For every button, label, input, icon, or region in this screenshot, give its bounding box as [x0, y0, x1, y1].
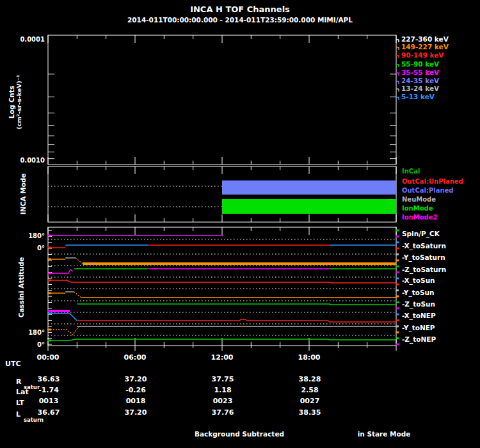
legend-entry-35-55-kev: 35-55 keV	[401, 68, 439, 76]
mode-label-outcal-planed: OutCal:Planed	[402, 187, 453, 194]
mode-label-ionmode2: IonMode2	[402, 214, 437, 221]
attitude-label--y_tosun: -Y_toSun	[402, 289, 434, 296]
attitude-label--z_tonep: -Z_toNEP	[402, 335, 436, 343]
legend-entry-5-13-kev: 5-13 keV	[401, 93, 435, 100]
page-title: INCA H TOF Channels	[0, 4, 480, 14]
legend-entry-90-149-kev: 90-149 keV	[401, 51, 444, 59]
attitude-label--y_tosaturn: -Y_toSaturn	[402, 253, 445, 261]
utc-tick-label-1200: 12:00	[211, 353, 233, 362]
table-cell-lt-2: 0023	[213, 397, 233, 405]
attitude-label--x_tosaturn: -X_toSaturn	[402, 242, 446, 250]
table-row-label-r: R	[16, 378, 21, 386]
utc-tick-label-0000: 00:00	[36, 353, 59, 362]
table-cell-r-1: 37.20	[125, 375, 147, 383]
top-panel-border	[48, 35, 396, 164]
table-cell-l-2: 37.76	[212, 408, 234, 417]
attitude-label--z_tosaturn: -Z_toSaturn	[402, 266, 446, 273]
mode-label-incal: InCal	[402, 168, 420, 175]
table-row-label-lat: Lat	[16, 388, 29, 396]
table-cell-lat-0: -1.74	[38, 386, 59, 394]
attitude-trace-seg-9	[48, 269, 73, 273]
table-row-label-l: L	[16, 410, 20, 419]
attitude-ytick-3: 0°	[0, 341, 45, 348]
mode-label-ionmode: IonMode	[402, 205, 433, 212]
attitude-trace-seg-18	[77, 304, 396, 305]
attitude-trace-seg-16	[74, 292, 81, 298]
mode-label-neumode: NeuMode	[402, 196, 436, 203]
attitude-ytick-2: 180°	[0, 329, 45, 336]
counts-axis-title-line2: (cm²-sr-s-keV)⁻¹	[15, 51, 22, 154]
legend-entry-227-360-kev: 227-360 keV	[401, 35, 449, 43]
attitude-label-spin-p_ck: Spin/P_CK	[402, 230, 440, 237]
table-cell-r-0: 36.63	[38, 375, 60, 383]
attitude-ytick-0: 180°	[0, 232, 45, 239]
mode-active-bar-ionmode	[222, 199, 396, 214]
table-cell-l-1: 37.20	[125, 408, 147, 417]
table-cell-r-3: 38.28	[299, 375, 321, 383]
table-cell-lt-3: 0027	[300, 397, 320, 405]
attitude-axis-title: Cassini Attitude	[17, 246, 25, 329]
legend-entry-13-24-kev: 13-24 keV	[401, 84, 439, 92]
utc-row-label: UTC	[5, 360, 21, 368]
mode-active-bar-outcal-planed	[222, 180, 396, 195]
utc-tick-label-1800: 18:00	[298, 353, 320, 362]
legend-entry-149-227-kev: 149-227 keV	[401, 43, 449, 51]
attitude-label--y_tonep: -Y_toNEP	[402, 324, 435, 332]
attitude-label--x_tonep: -X_toNEP	[402, 312, 436, 319]
table-cell-r-2: 37.75	[212, 375, 234, 383]
table-cell-lat-1: -0.26	[125, 386, 146, 394]
table-row-sublabel-saturn: saturn	[24, 417, 44, 423]
footer-stare-mode: in Stare Mode	[358, 430, 411, 438]
inca-tof-plot-window: INCA H TOF Channels 2014-011T00:00:00.00…	[0, 0, 480, 448]
yaxis-top-tick-label: 0.0001	[0, 36, 45, 43]
attitude-trace-seg-7	[76, 258, 83, 264]
table-cell-l-0: 36.67	[38, 408, 60, 417]
legend-entry-24-35-kev: 24-35 keV	[401, 77, 439, 84]
attitude-trace-seg-20	[48, 314, 77, 321]
attitude-trace-seg-13	[48, 280, 396, 283]
table-cell-lt-1: 0018	[126, 397, 146, 405]
attitude-trace-seg-23	[48, 327, 79, 335]
table-cell-l-3: 38.35	[299, 408, 321, 417]
attitude-trace-seg-21	[77, 319, 396, 322]
time-range-subtitle: 2014-011T00:00:00.000 - 2014-011T23:59:0…	[0, 16, 480, 24]
table-cell-lat-3: 2.58	[301, 386, 318, 394]
attitude-label--z_tosun: -Z_toSun	[402, 300, 435, 308]
counts-axis-title-line1: Log Cnts	[8, 51, 15, 154]
mode-axis-title: INCA Mode	[19, 156, 27, 232]
utc-tick-label-0600: 06:00	[124, 353, 146, 362]
legend-entry-55-90-kev: 55-90 keV	[401, 60, 439, 68]
mode-label-outcal-unplaned: OutCal:UnPlaned	[402, 178, 463, 185]
footer-background-subtracted: Background Subtracted	[195, 430, 284, 438]
counts-axis-title: Log Cnts (cm²-sr-s-keV)⁻¹	[8, 51, 22, 154]
table-cell-lt-0: 0013	[39, 397, 59, 405]
attitude-label--x_tosun: -X_toSun	[402, 276, 435, 284]
table-cell-lat-2: 1.18	[214, 386, 231, 394]
attitude-ytick-1: 0°	[0, 244, 45, 252]
table-row-label-lt: LT	[16, 399, 24, 407]
